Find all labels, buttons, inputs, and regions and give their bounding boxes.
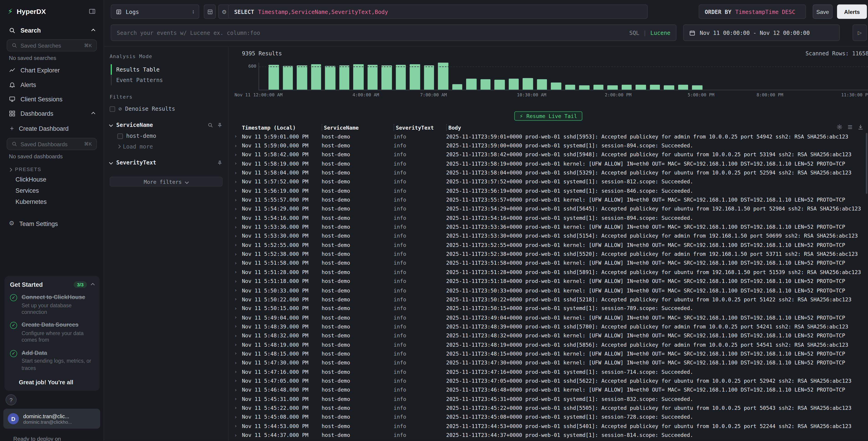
histogram-bar[interactable]	[579, 85, 589, 90]
sidebar-item-search[interactable]: Search	[0, 23, 103, 37]
histogram-bar[interactable]	[636, 85, 646, 90]
log-row[interactable]: › Nov 11 5:47:30.000 PM host-demo info 2…	[228, 358, 868, 367]
log-row[interactable]: › Nov 11 5:44:53.000 PM host-demo info 2…	[228, 421, 868, 431]
source-select[interactable]: Logs ▴▾	[111, 4, 199, 19]
log-row[interactable]: › Nov 11 5:52:38.000 PM host-demo info 2…	[228, 249, 868, 259]
histogram-bar[interactable]	[269, 65, 279, 90]
download-icon[interactable]	[858, 124, 864, 130]
pin-icon[interactable]	[217, 122, 222, 127]
histogram-bar[interactable]	[283, 66, 293, 90]
log-row[interactable]: › Nov 11 5:58:42.000 PM host-demo info 2…	[228, 150, 868, 159]
log-row[interactable]: › Nov 11 5:48:19.000 PM host-demo info 2…	[228, 340, 868, 349]
histogram-bar[interactable]	[297, 65, 307, 90]
sidebar-item-alerts[interactable]: Alerts	[0, 78, 103, 92]
facet-servicename[interactable]: ServiceName	[110, 122, 222, 128]
log-row[interactable]: › Nov 11 5:56:19.000 PM host-demo info 2…	[228, 186, 868, 195]
pin-icon[interactable]	[217, 160, 222, 165]
get-started-header[interactable]: Get Started 3/3	[10, 281, 94, 288]
run-query-button[interactable]: ▷	[852, 24, 867, 41]
histogram-bar[interactable]	[367, 65, 377, 90]
histogram-bar[interactable]	[339, 65, 349, 90]
table-config-button[interactable]	[204, 4, 216, 19]
histogram-bar[interactable]	[650, 85, 660, 90]
sidebar-item-dashboards[interactable]: Dashboards	[0, 107, 103, 121]
histogram-bar[interactable]	[396, 65, 406, 90]
denoise-checkbox[interactable]	[110, 106, 115, 112]
log-row[interactable]: › Nov 11 5:51:18.000 PM host-demo info 2…	[228, 276, 868, 286]
scrollbar[interactable]	[866, 133, 867, 194]
mode-results-table[interactable]: Results Table	[111, 64, 222, 75]
saved-dashboards-field[interactable]	[21, 141, 81, 147]
log-row[interactable]: › Nov 11 5:59:01.000 PM host-demo info 2…	[228, 132, 868, 141]
log-row[interactable]: › Nov 11 5:45:08.000 PM host-demo info 2…	[228, 412, 868, 421]
histogram-bar[interactable]	[621, 85, 632, 90]
column-body[interactable]: Body	[446, 124, 868, 131]
collapse-sidebar-button[interactable]	[89, 8, 96, 15]
get-started-step[interactable]: ✓ Add Data Start sending logs, metrics, …	[10, 349, 94, 372]
facet-severitytext[interactable]: SeverityText	[110, 159, 222, 166]
column-servicename[interactable]: ServiceName	[322, 124, 394, 131]
histogram-bar[interactable]	[523, 78, 533, 90]
denoise-results-toggle[interactable]: ⊘ Denoise Results	[110, 106, 222, 112]
log-row[interactable]: › Nov 11 5:48:32.000 PM host-demo info 2…	[228, 331, 868, 340]
log-row[interactable]: › Nov 11 5:45:31.000 PM host-demo info 2…	[228, 394, 868, 404]
more-filters-button[interactable]: More filters	[110, 177, 222, 187]
log-row[interactable]: › Nov 11 5:53:30.000 PM host-demo info 2…	[228, 231, 868, 240]
log-row[interactable]: › Nov 11 5:53:36.000 PM host-demo info 2…	[228, 222, 868, 231]
log-row[interactable]: › Nov 11 5:58:04.000 PM host-demo info 2…	[228, 168, 868, 177]
help-button[interactable]: ?	[5, 394, 17, 406]
mode-event-patterns[interactable]: Event Patterns	[111, 75, 222, 85]
histogram-bar[interactable]	[551, 83, 561, 90]
histogram-bars[interactable]	[258, 63, 868, 90]
log-row[interactable]: › Nov 11 5:48:15.000 PM host-demo info 2…	[228, 349, 868, 358]
histogram-bar[interactable]	[466, 79, 476, 90]
log-row[interactable]: › Nov 11 5:44:37.000 PM host-demo info 2…	[228, 431, 868, 440]
log-row[interactable]: › Nov 11 5:50:15.000 PM host-demo info 2…	[228, 304, 868, 313]
histogram-bar[interactable]	[664, 85, 674, 90]
create-dashboard-button[interactable]: + Create Dashboard	[0, 121, 103, 136]
histogram-bar[interactable]	[537, 79, 547, 90]
presets-section-toggle[interactable]: PRESETS	[9, 167, 95, 172]
get-started-step[interactable]: ✓ Create Data Sources Configure where yo…	[10, 321, 94, 344]
histogram-bar[interactable]	[410, 64, 420, 90]
histogram-bar[interactable]	[508, 79, 519, 90]
column-severitytext[interactable]: SeverityText	[394, 124, 446, 131]
log-row[interactable]: › Nov 11 5:46:48.000 PM host-demo info 2…	[228, 385, 868, 394]
log-row[interactable]: › Nov 11 5:45:22.000 PM host-demo info 2…	[228, 404, 868, 413]
log-row[interactable]: › Nov 11 5:47:16.000 PM host-demo info 2…	[228, 367, 868, 376]
select-clause-input[interactable]: SELECT Timestamp,ServiceName,SeverityTex…	[228, 4, 648, 19]
load-more-button[interactable]: Load more	[117, 144, 222, 150]
facet-search-icon[interactable]	[208, 122, 213, 127]
log-row[interactable]: › Nov 11 5:54:16.000 PM host-demo info 2…	[228, 213, 868, 222]
histogram-bar[interactable]	[480, 79, 491, 90]
histogram-bar[interactable]	[678, 85, 688, 90]
event-search-input[interactable]: SQL | Lucene	[111, 24, 677, 41]
saved-dashboards-input[interactable]: ⌘K	[7, 138, 97, 150]
histogram-bar[interactable]	[424, 65, 434, 90]
saved-searches-input[interactable]: ⌘K	[7, 39, 97, 52]
log-row[interactable]: › Nov 11 5:52:55.000 PM host-demo info 2…	[228, 240, 868, 249]
alerts-button[interactable]: Alerts	[837, 4, 867, 19]
date-range-picker[interactable]: Nov 11 00:00:00 - Nov 12 00:00:00	[683, 24, 840, 41]
preset-kubernetes[interactable]: Kubernetes	[0, 196, 103, 207]
log-row[interactable]: › Nov 11 5:47:05.000 PM host-demo info 2…	[228, 376, 868, 385]
histogram-bar[interactable]	[494, 80, 504, 90]
column-timestamp[interactable]: Timestamp (Local)	[242, 124, 321, 130]
histogram-bar[interactable]	[325, 66, 335, 90]
sidebar-item-chart-explorer[interactable]: Chart Explorer	[0, 63, 103, 78]
histogram-bar[interactable]	[353, 64, 364, 90]
sidebar-item-team-settings[interactable]: ⚙ Team Settings	[0, 216, 103, 231]
column-settings-icon[interactable]	[837, 124, 843, 130]
histogram-bar[interactable]	[452, 84, 462, 90]
user-menu[interactable]: D dominic.tran@clic... dominic.tran@clic…	[3, 409, 100, 429]
log-row[interactable]: › Nov 11 5:54:29.000 PM host-demo info 2…	[228, 204, 868, 213]
log-row[interactable]: › Nov 11 5:51:58.000 PM host-demo info 2…	[228, 259, 868, 268]
log-row[interactable]: › Nov 11 5:58:19.000 PM host-demo info 2…	[228, 159, 868, 168]
preset-services[interactable]: Services	[0, 185, 103, 196]
lucene-language-option[interactable]: Lucene	[650, 30, 670, 36]
histogram-bar[interactable]	[692, 85, 702, 90]
log-row[interactable]: › Nov 11 5:50:22.000 PM host-demo info 2…	[228, 295, 868, 304]
row-density-icon[interactable]	[847, 124, 853, 130]
sql-language-option[interactable]: SQL	[629, 30, 640, 36]
histogram-bar[interactable]	[311, 64, 321, 90]
